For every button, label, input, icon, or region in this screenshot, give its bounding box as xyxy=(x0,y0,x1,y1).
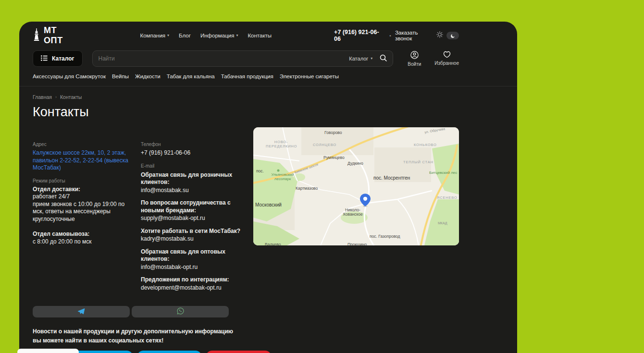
address-link[interactable]: Калужское шоссе 22км, 10, 2 этаж, павиль… xyxy=(33,149,135,172)
category-e-cigarettes[interactable]: Электронные сигареты xyxy=(280,73,339,79)
dot-separator: • xyxy=(389,33,391,38)
account-area: Войти Избранное xyxy=(408,51,459,67)
email-address: info@mostabak.su xyxy=(141,187,243,195)
map-label: пос. xyxy=(256,169,264,173)
delivery-title: Отдел доставки: xyxy=(33,186,135,194)
whatsapp-icon xyxy=(177,307,184,316)
social-note: Новости о нашей продукции и другую допол… xyxy=(33,327,237,345)
header-phone[interactable]: +7 (916) 921-06-06 xyxy=(334,29,385,42)
map-label: ЯСЕНЕВО xyxy=(437,195,457,200)
search-input[interactable] xyxy=(99,55,349,62)
search-field: Каталог ▾ xyxy=(92,50,394,67)
email-address: kadry@mostabak.su xyxy=(141,235,243,243)
category-tobacco-products[interactable]: Табачная продукция xyxy=(221,73,273,79)
chevron-down-icon: ▾ xyxy=(371,57,372,61)
phone-email-column: Телефон +7 (916) 921-06-06 E-mail Обратн… xyxy=(141,127,243,292)
nav-information[interactable]: Информация ▾ xyxy=(200,33,238,38)
map-label: пос. Мосрентген xyxy=(373,175,410,181)
phone-group: +7 (916) 921-06-06 • Заказать звонок xyxy=(334,29,436,42)
address-column: Адрес Калужское шоссе 22км, 10, 2 этаж, … xyxy=(33,127,135,245)
main-nav: Компания ▾ Блог Информация ▾ Контакты xyxy=(140,33,272,38)
email-group: Обратная связь для розничных клиентов: i… xyxy=(141,171,243,195)
map-label: КОНЬКОВО xyxy=(414,143,437,147)
email-address: supply@mostabak-opt.ru xyxy=(141,215,243,222)
category-hookah-tobacco[interactable]: Табак для кальяна xyxy=(167,73,215,79)
map-road-label: МКАД xyxy=(438,221,447,225)
theme-toggle[interactable] xyxy=(436,31,459,40)
breadcrumb: Главная › Контакты xyxy=(33,94,459,100)
page-title: Контакты xyxy=(33,105,459,120)
hamburger-icon xyxy=(41,55,48,62)
contact-phone: +7 (916) 921-06-06 xyxy=(141,149,243,157)
map-label: Московский xyxy=(255,202,282,207)
search-row: Каталог Каталог ▾ xyxy=(33,50,459,67)
email-label: E-mail xyxy=(141,163,243,169)
nav-contacts[interactable]: Контакты xyxy=(248,33,272,38)
callback-link[interactable]: Заказать звонок xyxy=(395,30,436,41)
favorites-button[interactable]: Избранное xyxy=(434,51,459,67)
map-label: СОЛНЦЕВО xyxy=(313,143,336,147)
map-label: Валуево xyxy=(265,242,281,245)
map-label: Дудкино xyxy=(347,161,363,166)
map-label: НОВО-ПЕРЕДЕЛКИНО xyxy=(266,140,297,148)
telegram-button[interactable] xyxy=(33,306,130,317)
pickup-title: Отдел самовывоза: xyxy=(33,231,135,238)
search-submit-button[interactable] xyxy=(380,54,387,63)
login-button[interactable]: Войти xyxy=(408,51,421,67)
contacts-content: Адрес Калужское шоссе 22км, 10, 2 этаж, … xyxy=(33,127,459,292)
youtube-button[interactable]: YouTube обзоры xyxy=(206,351,272,353)
logo[interactable]: МТ ОПТ xyxy=(33,25,78,46)
category-vapes[interactable]: Вейпы xyxy=(112,73,129,79)
map-label: Прокшино xyxy=(347,242,367,245)
address-label: Адрес xyxy=(33,142,135,147)
chevron-down-icon: ▾ xyxy=(236,34,238,37)
map-label: Румянцево xyxy=(323,155,345,160)
category-liquids[interactable]: Жидкости xyxy=(135,73,161,79)
whatsapp-button[interactable] xyxy=(132,306,229,317)
nav-company[interactable]: Компания ▾ xyxy=(140,33,169,38)
nav-blog[interactable]: Блог xyxy=(179,33,191,38)
category-accessories[interactable]: Аксессуары для Самокруток xyxy=(33,73,106,79)
schedule-label: Режим работы xyxy=(33,178,135,183)
breadcrumb-home[interactable]: Главная xyxy=(33,94,52,100)
messenger-buttons xyxy=(33,306,459,317)
email-group: Обратная связь для оптовых клиентов: inf… xyxy=(141,248,243,271)
logo-text: МТ ОПТ xyxy=(44,25,78,46)
moon-toggle-pill xyxy=(446,32,459,39)
phone-label: Телефон xyxy=(141,142,243,147)
pickup-line: с 8:00 до 20:00 по мск xyxy=(33,238,135,246)
brand-news-button[interactable]: Новости бренда xyxy=(137,351,202,353)
delivery-line2: прием звонков с 10:00 до 19:00 по мск, о… xyxy=(33,201,135,223)
heart-icon xyxy=(443,51,451,59)
email-group: По вопросам сотрудничества с новыми брен… xyxy=(141,199,243,222)
catalog-button[interactable]: Каталог xyxy=(33,50,83,67)
map-label: Ульяновский лесопарк xyxy=(269,172,297,181)
delivery-line1: работает 24/7 xyxy=(33,193,135,201)
email-address: info@mostabak-opt.ru xyxy=(141,264,243,271)
map-label: Битцевский лес xyxy=(429,170,457,175)
site-card: МТ ОПТ Компания ▾ Блог Информация ▾ Конт… xyxy=(19,22,517,353)
header-divider xyxy=(19,86,517,86)
tower-logo-icon xyxy=(33,28,40,43)
map-pin-icon xyxy=(360,194,371,207)
map-label: Картмазово xyxy=(296,186,318,191)
search-icon xyxy=(380,54,387,63)
top-header: МТ ОПТ Компания ▾ Блог Информация ▾ Конт… xyxy=(33,23,459,48)
email-group: Хотите работать в сети МосТабак? kadry@m… xyxy=(141,228,243,243)
bottom-left-partial-element[interactable] xyxy=(17,349,79,353)
map[interactable]: Говорово НОВО-ПЕРЕДЕЛКИНО СОЛНЦЕВО КОНЬК… xyxy=(253,127,459,245)
person-icon xyxy=(410,51,419,60)
map-label: пос. Газопровод xyxy=(370,234,400,239)
breadcrumb-current: Контакты xyxy=(60,94,82,100)
email-group: Предложения по интеграциям: development@… xyxy=(141,276,243,292)
chevron-down-icon: ▾ xyxy=(167,34,169,37)
email-address: development@mostabak-opt.ru xyxy=(141,284,243,292)
map-label: ТЕПЛЫЙ СТАН xyxy=(403,160,433,164)
sun-icon xyxy=(436,31,443,40)
category-nav: Аксессуары для Самокруток Вейпы Жидкости… xyxy=(33,70,459,83)
moon-icon xyxy=(451,31,455,40)
map-label: Говорово xyxy=(324,130,342,135)
map-label: Николо-Хованское xyxy=(340,208,366,217)
search-category-select[interactable]: Каталог ▾ xyxy=(349,56,372,61)
social-buttons-row1: Телеграмм оптовой компании Новости бренд… xyxy=(33,351,459,353)
